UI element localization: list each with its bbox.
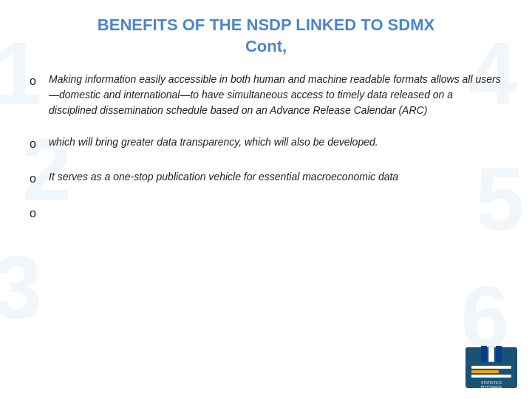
logo-box: STATISTICSBOTSWANA [466, 347, 517, 388]
logo-line-3 [471, 375, 511, 378]
flag-stripe-blue2 [496, 346, 502, 362]
title-line1: BENEFITS OF THE NSDP LINKED TO SDMX [30, 15, 502, 36]
bullet-text-0: Making information easily accessible in … [49, 72, 502, 118]
bullet-text-1: which will bring greater data transparen… [49, 134, 502, 150]
bullet-marker-1: o [30, 135, 46, 153]
logo-lines [468, 364, 514, 379]
bullet-text-2: It serves as a one-stop publication vehi… [49, 169, 502, 185]
bullet-item: oIt serves as a one-stop publication veh… [30, 169, 502, 188]
bullet-marker-0: o [30, 72, 46, 90]
page-container: 1 2 3 4 5 6 BENEFITS OF THE NSDP LINKED … [0, 0, 532, 399]
watermark-num-3: 3 [0, 236, 42, 338]
title-line2: Cont, [30, 36, 502, 58]
logo-line-2 [471, 370, 499, 373]
bullet-list: oMaking information easily accessible in… [30, 72, 502, 222]
logo-line-1 [471, 366, 511, 369]
logo-container: STATISTICSBOTSWANA [466, 347, 517, 388]
bullet-marker-3: o [30, 205, 46, 222]
logo-flag [481, 346, 502, 362]
bullet-item: o [30, 204, 502, 222]
main-content: BENEFITS OF THE NSDP LINKED TO SDMX Cont… [30, 15, 502, 222]
bullet-marker-2: o [30, 170, 46, 188]
flag-stripe-blue [481, 346, 487, 362]
bullet-item: oMaking information easily accessible in… [30, 72, 502, 118]
flag-stripe-white [488, 346, 494, 362]
logo-text: STATISTICSBOTSWANA [481, 381, 502, 389]
page-title: BENEFITS OF THE NSDP LINKED TO SDMX Cont… [30, 15, 502, 57]
bullet-item: owhich will bring greater data transpare… [30, 134, 502, 153]
